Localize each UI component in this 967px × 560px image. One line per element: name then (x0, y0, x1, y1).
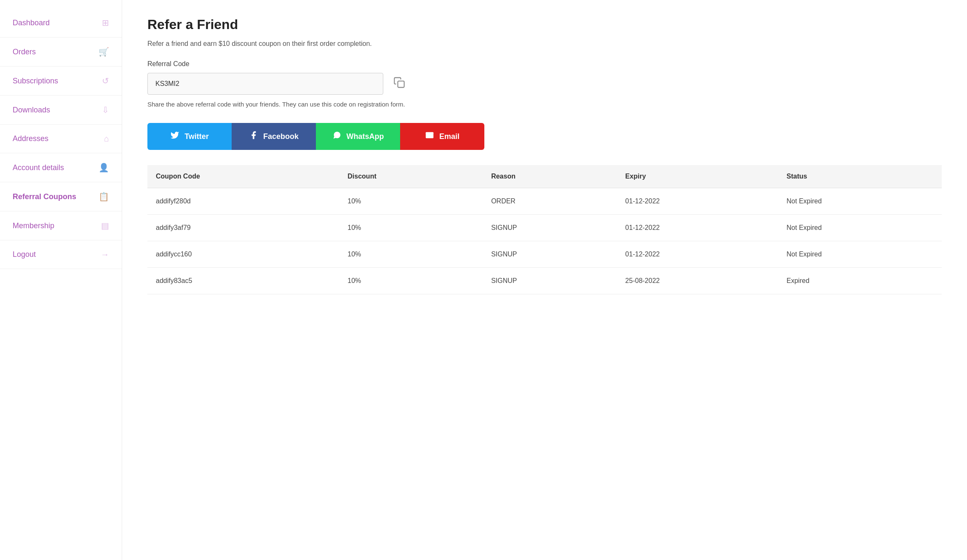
copy-code-button[interactable] (390, 73, 409, 94)
sidebar-item-label-referral-coupons: Referral Coupons (13, 192, 76, 201)
table-cell-discount: 10% (339, 215, 483, 241)
table-cell-expiry: 01-12-2022 (617, 188, 778, 215)
referral-code-input[interactable] (147, 73, 383, 95)
share-buttons-container: TwitterFacebookWhatsAppEmail (147, 123, 942, 150)
sidebar-item-label-addresses: Addresses (13, 134, 48, 143)
email-label: Email (439, 132, 459, 141)
table-cell-status: Expired (778, 268, 942, 294)
twitter-label: Twitter (184, 132, 209, 141)
share-btn-whatsapp[interactable]: WhatsApp (316, 123, 400, 150)
sidebar-item-membership[interactable]: Membership▤ (0, 211, 122, 240)
sidebar-item-logout[interactable]: Logout→ (0, 240, 122, 269)
table-cell-status: Not Expired (778, 215, 942, 241)
share-hint: Share the above referral code with your … (147, 101, 942, 108)
referral-code-row (147, 73, 942, 95)
facebook-icon (249, 131, 258, 142)
sidebar-item-icon-membership: ▤ (101, 221, 109, 231)
table-cell-expiry: 01-12-2022 (617, 215, 778, 241)
table-cell-status: Not Expired (778, 241, 942, 268)
sidebar-item-label-dashboard: Dashboard (13, 19, 50, 27)
sidebar-item-label-logout: Logout (13, 250, 36, 259)
table-cell-status: Not Expired (778, 188, 942, 215)
page-title: Refer a Friend (147, 17, 942, 32)
table-cell-discount: 10% (339, 188, 483, 215)
sidebar-item-label-subscriptions: Subscriptions (13, 77, 58, 85)
table-cell-reason: SIGNUP (483, 241, 617, 268)
sidebar-item-downloads[interactable]: Downloads⇩ (0, 96, 122, 125)
table-col-coupon-code: Coupon Code (147, 165, 339, 188)
table-row: addifycc16010%SIGNUP01-12-2022Not Expire… (147, 241, 942, 268)
table-cell-code: addifyf280d (147, 188, 339, 215)
sidebar-item-label-downloads: Downloads (13, 106, 50, 115)
sidebar-item-icon-orders: 🛒 (99, 47, 109, 57)
sidebar-item-icon-subscriptions: ↺ (102, 76, 109, 86)
sidebar-item-icon-addresses: ⌂ (104, 134, 109, 144)
table-header-row: Coupon CodeDiscountReasonExpiryStatus (147, 165, 942, 188)
svg-rect-0 (398, 81, 404, 88)
sidebar-item-addresses[interactable]: Addresses⌂ (0, 125, 122, 153)
whatsapp-label: WhatsApp (347, 132, 384, 141)
sidebar-item-icon-account-details: 👤 (99, 163, 109, 173)
facebook-label: Facebook (263, 132, 299, 141)
share-btn-twitter[interactable]: Twitter (147, 123, 232, 150)
coupon-table: Coupon CodeDiscountReasonExpiryStatus ad… (147, 165, 942, 294)
table-row: addify83ac510%SIGNUP25-08-2022Expired (147, 268, 942, 294)
share-btn-email[interactable]: Email (400, 123, 484, 150)
sidebar-item-referral-coupons[interactable]: Referral Coupons📋 (0, 182, 122, 211)
sidebar-item-account-details[interactable]: Account details👤 (0, 153, 122, 182)
table-row: addify3af7910%SIGNUP01-12-2022Not Expire… (147, 215, 942, 241)
page-subtitle: Refer a friend and earn $10 discount cou… (147, 40, 942, 48)
table-cell-expiry: 01-12-2022 (617, 241, 778, 268)
table-col-expiry: Expiry (617, 165, 778, 188)
sidebar-item-icon-logout: → (101, 250, 109, 259)
sidebar-item-label-orders: Orders (13, 48, 36, 56)
main-content: Refer a Friend Refer a friend and earn $… (122, 0, 967, 560)
table-cell-reason: ORDER (483, 188, 617, 215)
table-header: Coupon CodeDiscountReasonExpiryStatus (147, 165, 942, 188)
table-col-discount: Discount (339, 165, 483, 188)
table-body: addifyf280d10%ORDER01-12-2022Not Expired… (147, 188, 942, 294)
sidebar: Dashboard⊞Orders🛒Subscriptions↺Downloads… (0, 0, 122, 560)
sidebar-item-dashboard[interactable]: Dashboard⊞ (0, 8, 122, 37)
table-cell-reason: SIGNUP (483, 215, 617, 241)
share-btn-facebook[interactable]: Facebook (232, 123, 316, 150)
table-cell-reason: SIGNUP (483, 268, 617, 294)
table-row: addifyf280d10%ORDER01-12-2022Not Expired (147, 188, 942, 215)
twitter-icon (170, 131, 179, 142)
sidebar-item-icon-referral-coupons: 📋 (99, 192, 109, 202)
sidebar-item-label-membership: Membership (13, 221, 54, 230)
table-cell-code: addify83ac5 (147, 268, 339, 294)
table-cell-expiry: 25-08-2022 (617, 268, 778, 294)
sidebar-item-icon-dashboard: ⊞ (102, 18, 109, 28)
table-col-reason: Reason (483, 165, 617, 188)
sidebar-item-label-account-details: Account details (13, 163, 64, 172)
whatsapp-icon (332, 131, 342, 142)
sidebar-item-orders[interactable]: Orders🛒 (0, 37, 122, 67)
email-icon (425, 131, 434, 142)
table-col-status: Status (778, 165, 942, 188)
table-cell-code: addifycc160 (147, 241, 339, 268)
sidebar-item-subscriptions[interactable]: Subscriptions↺ (0, 67, 122, 96)
sidebar-item-icon-downloads: ⇩ (102, 105, 109, 115)
table-cell-code: addify3af79 (147, 215, 339, 241)
table-cell-discount: 10% (339, 268, 483, 294)
table-cell-discount: 10% (339, 241, 483, 268)
referral-code-label: Referral Code (147, 60, 942, 68)
